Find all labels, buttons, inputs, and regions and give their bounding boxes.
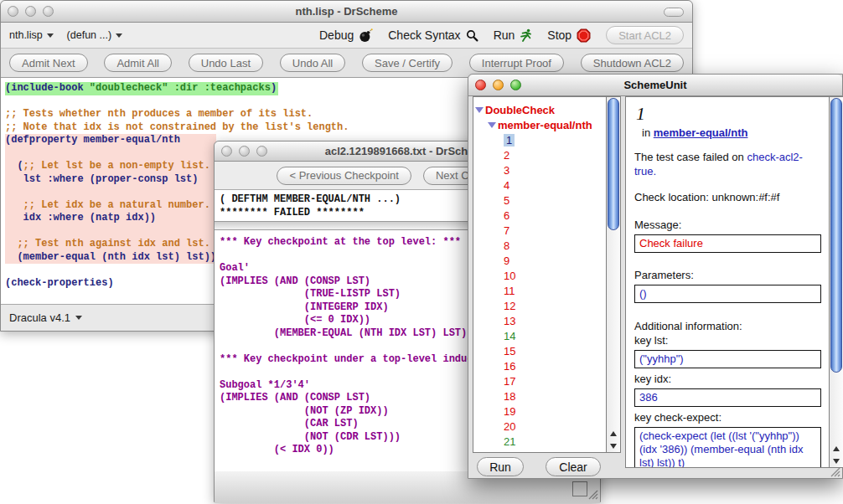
stop-button[interactable]: Stop bbox=[547, 28, 591, 43]
scroll-up-button[interactable] bbox=[830, 442, 843, 455]
close-button[interactable] bbox=[221, 146, 232, 157]
test-case-19[interactable]: 19 bbox=[473, 404, 606, 419]
scroll-up-button[interactable] bbox=[607, 427, 620, 440]
resize-grip[interactable] bbox=[587, 488, 598, 500]
scroll-down-button[interactable] bbox=[830, 455, 843, 467]
shutdown-acl2-button[interactable]: Shutdown ACL2 bbox=[581, 54, 684, 72]
run-label: Run bbox=[494, 28, 515, 42]
save-certify-button[interactable]: Save / Certify bbox=[362, 54, 453, 72]
test-case-3[interactable]: 3 bbox=[473, 162, 606, 177]
clear-button[interactable]: Clear bbox=[546, 457, 601, 476]
code-token: "doublecheck" bbox=[90, 82, 168, 94]
case-group-link[interactable]: member-equal/nth bbox=[654, 126, 748, 139]
test-case-label: 8 bbox=[504, 239, 509, 252]
test-case-label: 5 bbox=[504, 194, 509, 207]
test-case-18[interactable]: 18 bbox=[473, 388, 606, 404]
file-dropdown[interactable]: nth.lisp bbox=[9, 29, 54, 41]
defun-dropdown[interactable]: (defun ...) bbox=[67, 29, 123, 41]
failure-text: The test case failed on bbox=[634, 151, 747, 163]
defun-dropdown-label: (defun ...) bbox=[67, 29, 112, 41]
minimize-button[interactable] bbox=[239, 146, 250, 157]
scrollbar-arrows bbox=[607, 427, 620, 452]
debug-button[interactable]: Debug bbox=[319, 28, 373, 43]
test-case-16[interactable]: 16 bbox=[473, 358, 606, 373]
zoom-button[interactable] bbox=[256, 146, 267, 157]
check-syntax-button[interactable]: Check Syntax bbox=[388, 28, 478, 42]
test-case-2[interactable]: 2 bbox=[473, 147, 606, 162]
test-case-10[interactable]: 10 bbox=[473, 268, 606, 283]
resize-grip[interactable] bbox=[830, 466, 840, 477]
test-case-label: 15 bbox=[504, 345, 515, 357]
failure-description: The test case failed on check-acl2-true. bbox=[634, 150, 821, 178]
arrow-down-icon bbox=[833, 459, 840, 464]
code-line[interactable]: idx :where (natp idx)) bbox=[5, 212, 216, 225]
admit-next-button[interactable]: Admit Next bbox=[9, 54, 88, 72]
code-token: ) bbox=[271, 82, 277, 94]
stop-label: Stop bbox=[547, 28, 571, 42]
chevron-down-icon bbox=[47, 33, 54, 38]
code-line[interactable] bbox=[5, 225, 216, 239]
code-line[interactable]: (defproperty member-equal/nth bbox=[5, 134, 216, 147]
stop-icon bbox=[577, 28, 591, 43]
test-case-21[interactable]: 21 bbox=[473, 434, 606, 449]
tree-scrollbar[interactable] bbox=[606, 96, 621, 453]
test-case-20[interactable]: 20 bbox=[473, 419, 606, 434]
scrollbar-thumb[interactable] bbox=[830, 98, 842, 373]
main-titlebar[interactable]: nth.lisp - DrScheme bbox=[1, 1, 692, 23]
admit-all-button[interactable]: Admit All bbox=[104, 54, 172, 72]
test-case-13[interactable]: 13 bbox=[473, 313, 606, 328]
test-case-7[interactable]: 7 bbox=[473, 223, 606, 238]
tree-item-doublecheck[interactable]: DoubleCheck bbox=[473, 102, 606, 117]
code-line[interactable]: ;; Test nth against idx and lst. bbox=[5, 238, 216, 251]
scrollbar-thumb[interactable] bbox=[608, 98, 619, 230]
test-case-6[interactable]: 6 bbox=[473, 208, 606, 223]
previous-checkpoint-button[interactable]: < Previous Checkpoint bbox=[277, 167, 411, 185]
test-case-label: 9 bbox=[504, 255, 509, 267]
code-line[interactable]: ;; Let idx be a natural number. bbox=[5, 199, 216, 213]
test-case-9[interactable]: 9 bbox=[473, 253, 606, 268]
test-case-label: 17 bbox=[504, 375, 515, 388]
minimize-button[interactable] bbox=[493, 80, 504, 90]
schemeunit-titlebar[interactable]: SchemeUnit bbox=[468, 75, 842, 96]
toolbar-toggle-button[interactable] bbox=[664, 8, 684, 17]
undo-all-button[interactable]: Undo All bbox=[280, 54, 345, 72]
interrupt-proof-button[interactable]: Interrupt Proof bbox=[469, 54, 564, 72]
close-button[interactable] bbox=[8, 6, 18, 17]
test-case-label: 14 bbox=[504, 330, 515, 342]
language-selector[interactable]: Dracula v4.1 bbox=[9, 311, 70, 324]
code-line[interactable]: lst :where (proper-consp lst) bbox=[5, 173, 216, 187]
test-case-8[interactable]: 8 bbox=[473, 238, 606, 253]
tree-item-member-equal-nth[interactable]: member-equal/nth bbox=[473, 117, 606, 132]
test-case-label: 10 bbox=[504, 270, 515, 282]
code-line[interactable]: (member-equal (nth idx lst) lst)) bbox=[5, 251, 216, 265]
scroll-down-button[interactable] bbox=[607, 440, 620, 452]
test-case-12[interactable]: 12 bbox=[473, 298, 606, 313]
undo-last-button[interactable]: Undo Last bbox=[189, 54, 263, 72]
run-tests-button[interactable]: Run bbox=[477, 457, 524, 476]
test-case-11[interactable]: 11 bbox=[473, 283, 606, 298]
minimize-button[interactable] bbox=[25, 6, 36, 17]
case-location-line: in member-equal/nth bbox=[642, 126, 821, 139]
test-case-4[interactable]: 4 bbox=[473, 177, 606, 193]
code-line[interactable]: (;; Let lst be a non-empty list. bbox=[5, 160, 216, 173]
code-line[interactable] bbox=[5, 186, 216, 199]
parameters-label: Parameters: bbox=[634, 269, 821, 281]
code-line[interactable] bbox=[5, 147, 216, 161]
zoom-button[interactable] bbox=[43, 6, 54, 17]
close-button[interactable] bbox=[475, 80, 486, 90]
disclosure-triangle-icon[interactable] bbox=[475, 107, 484, 113]
test-case-15[interactable]: 15 bbox=[473, 343, 606, 358]
zoom-button[interactable] bbox=[510, 80, 521, 90]
file-dropdown-label: nth.lisp bbox=[9, 29, 43, 41]
test-case-14[interactable]: 14 bbox=[473, 328, 606, 343]
start-acl2-button[interactable]: Start ACL2 bbox=[606, 26, 684, 44]
code-token: ;; Let idx be a natural number. bbox=[5, 199, 210, 211]
test-case-17[interactable]: 17 bbox=[473, 373, 606, 388]
detail-scrollbar[interactable] bbox=[829, 97, 843, 467]
test-case-label: 13 bbox=[504, 315, 515, 327]
code-line[interactable]: (include-book "doublecheck" :dir :teachp… bbox=[5, 82, 278, 95]
test-case-1[interactable]: 1 bbox=[473, 132, 606, 147]
disclosure-triangle-icon[interactable] bbox=[488, 122, 496, 128]
run-button[interactable]: Run bbox=[494, 28, 533, 42]
test-case-5[interactable]: 5 bbox=[473, 193, 606, 208]
